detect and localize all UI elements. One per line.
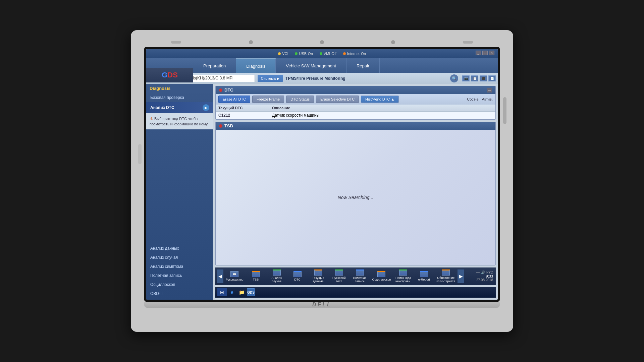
- poletnaya-icon: [356, 269, 364, 276]
- dtc-table-header: Текущий DTC Описание: [216, 105, 495, 112]
- ereport-label: e-Report: [418, 278, 430, 281]
- sidebar-header: Diagnosis: [146, 84, 213, 93]
- tsb-header-dot: [219, 124, 222, 128]
- status-label-1: Сост-е: [467, 97, 478, 101]
- sistema-button[interactable]: Система ▶: [258, 75, 283, 82]
- usb-status: USB On: [295, 52, 313, 56]
- erase-selective-btn[interactable]: Erase Selective DTC: [316, 96, 359, 103]
- internet-value: On: [361, 52, 366, 56]
- taskbar-puskovoy-test[interactable]: Пусковойтест: [329, 268, 349, 284]
- sidebar-item-analiz-dtc[interactable]: Анализ DTC ▶: [146, 102, 213, 113]
- taskbar-poisk-koda[interactable]: Поиск коданеисправн.: [393, 268, 413, 284]
- searching-text: Now Searching...: [338, 195, 374, 200]
- taskbar-obnovlenie[interactable]: Обновлениеиз Интернета: [435, 268, 457, 284]
- taskbar-analiz-sluchaya[interactable]: Анализслучая: [267, 268, 287, 284]
- sidebar-info-text: Выберите код DTC чтобы посмотреть информ…: [150, 117, 208, 126]
- maximize-btn[interactable]: □: [482, 51, 488, 55]
- poisk-koda-icon: [399, 269, 407, 276]
- tray-network-icon: 🔊: [481, 270, 485, 274]
- screen: VCI USB On VMI Off Internet On: [146, 49, 498, 300]
- taskbar-back-arrow[interactable]: ◀: [217, 269, 223, 283]
- erase-all-dtc-btn[interactable]: Erase All DTC: [218, 96, 250, 103]
- system-label: TPMS/Tire Pressure Monitoring: [285, 76, 345, 81]
- arrow-icon: ▶: [203, 104, 209, 111]
- hinge-connector: [249, 40, 395, 44]
- laptop-handle-right: [503, 97, 506, 124]
- gds-taskbar-icon[interactable]: GDS: [247, 288, 255, 296]
- sidebar-item-analiz-dannyh[interactable]: Анализ данных: [146, 244, 213, 253]
- windows-taskbar: ⊞ e 📁 GDS: [215, 287, 496, 298]
- ostsilloskop-icon: [377, 271, 385, 277]
- sidebar-info-box: ⚠ Выберите код DTC чтобы посмотреть инфо…: [146, 113, 213, 129]
- tab-diagnosis[interactable]: Diagnosis: [236, 58, 276, 73]
- tray-icons: — 🔊 РУС: [476, 270, 493, 274]
- ie-icon[interactable]: e: [228, 288, 236, 296]
- taskbar-rukovodstvo[interactable]: 📖 Руководство: [224, 268, 245, 284]
- sidebar-item-poletnaya-zapis[interactable]: Полетная запись: [146, 271, 213, 280]
- taskbar-ostsilloskop[interactable]: Осциллоскоп: [371, 268, 393, 284]
- dtc-col2-header: Описание: [272, 106, 466, 110]
- ereport-icon: [420, 271, 428, 277]
- search-button[interactable]: 🔍: [450, 74, 458, 82]
- dtc-minimize-btn[interactable]: —: [487, 88, 492, 93]
- warning-icon: ⚠: [150, 116, 153, 121]
- tab-repair[interactable]: Repair: [346, 58, 380, 73]
- sidebar-item-analiz-sluchaya[interactable]: Анализ случая: [146, 253, 213, 262]
- tsb-panel: TSB Now Searching...: [215, 122, 496, 265]
- dtc-col3-header: [466, 106, 493, 110]
- tsb-label: TSB: [253, 278, 259, 281]
- window-controls: _ □ ✕: [476, 51, 494, 55]
- hist-pend-btn[interactable]: Hist/Pend DTC ▲: [361, 96, 399, 103]
- usb-label: USB: [299, 52, 307, 56]
- usb-dot: [295, 52, 298, 55]
- tray-lang: РУС: [486, 270, 493, 274]
- taskbar-tekushie-dannye[interactable]: Текущиеданные: [308, 268, 328, 284]
- tab-preparation[interactable]: Preparation: [193, 58, 236, 73]
- rukovodstvo-icon: 📖: [230, 271, 238, 277]
- sidebar-item-ostsilloskop[interactable]: Осциллоскоп: [146, 280, 213, 289]
- sidebar-bottom: Анализ данных Анализ случая Анализ симпт…: [146, 243, 213, 300]
- close-btn[interactable]: ✕: [489, 51, 494, 55]
- poletnaya-label: Полетнаязапись: [353, 276, 366, 283]
- tsb-panel-header: TSB: [216, 122, 495, 130]
- icon-btn-2[interactable]: 📋: [471, 75, 478, 81]
- taskbar-forward-arrow[interactable]: ▶: [458, 269, 464, 283]
- gds-text: GDS: [162, 71, 178, 79]
- minimize-btn[interactable]: _: [476, 51, 481, 55]
- taskbar-dtc[interactable]: DTC: [287, 268, 308, 284]
- sidebar-item-analiz-simptoma[interactable]: Анализ симптома: [146, 262, 213, 271]
- icon-btn-1[interactable]: 📷: [462, 75, 470, 81]
- windows-start-btn[interactable]: ⊞: [217, 288, 227, 296]
- dell-logo: DELL: [312, 302, 332, 308]
- taskbar-tsb[interactable]: TSB: [246, 268, 266, 284]
- dtc-status-btn[interactable]: DTC Status: [286, 96, 314, 103]
- hinge-right: [463, 41, 473, 44]
- dtc-header-dot: [219, 88, 222, 92]
- gds-logo: GDS: [146, 68, 193, 82]
- tray-minus: —: [476, 270, 480, 274]
- taskbar-ereport[interactable]: e-Report: [414, 268, 434, 284]
- dtc-panel-title: DTC: [224, 87, 233, 93]
- status-labels: Сост-е Актив.: [467, 97, 493, 101]
- dtc-toolbar: Erase All DTC Freeze Frame DTC Status Er…: [216, 94, 495, 105]
- sidebar-item-bazovaya[interactable]: Базовая проверка: [146, 93, 213, 102]
- vmi-label: VMI: [324, 52, 330, 56]
- freeze-frame-btn[interactable]: Freeze Frame: [252, 96, 284, 103]
- internet-status: Internet On: [343, 52, 366, 56]
- vmi-dot: [320, 52, 322, 55]
- dtc-panel: DTC — Erase All DTC Freeze Frame DTC Sta…: [215, 86, 496, 120]
- folder-icon[interactable]: 📁: [237, 288, 246, 296]
- tab-vehicle-sw[interactable]: Vehicle S/W Management: [276, 58, 346, 73]
- camera-right: [391, 40, 395, 44]
- laptop-top-bar: [144, 40, 500, 44]
- icon-btn-4[interactable]: 📄: [488, 75, 496, 81]
- laptop-handle-left: [138, 144, 142, 164]
- dtc-table-row[interactable]: C1212 Датчик скорости машины: [216, 112, 495, 119]
- sidebar-item-obd2[interactable]: OBD-II: [146, 289, 213, 298]
- vmi-value: Off: [331, 52, 336, 56]
- dtc-table: Текущий DTC Описание C1212 Датчик скорос…: [216, 105, 495, 119]
- icon-btn-3[interactable]: ⬛: [480, 75, 487, 81]
- taskbar-poletnaya-zapis[interactable]: Полетнаязапись: [350, 268, 370, 284]
- tsb-content: Now Searching...: [216, 130, 495, 265]
- internet-label: Internet: [347, 52, 360, 56]
